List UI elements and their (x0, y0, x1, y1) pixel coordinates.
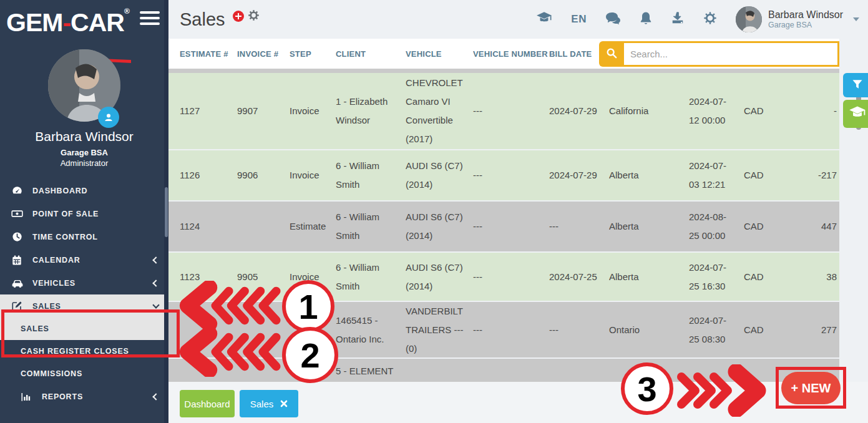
chevron-left-icon (152, 393, 159, 400)
add-sale-icon[interactable] (233, 11, 244, 22)
cell-bill-date: 2024-07-29 (549, 150, 609, 200)
chat-icon[interactable] (605, 12, 621, 27)
column-header-client[interactable]: CLIENT (336, 39, 406, 69)
gear-icon[interactable] (703, 11, 717, 27)
sidebar-item-reports[interactable]: REPORTS (0, 385, 168, 408)
cell-vehicle (406, 359, 473, 384)
tab-dashboard[interactable]: Dashboard (180, 390, 235, 417)
sidebar-item-time-control[interactable]: TIME CONTROL (0, 225, 168, 248)
sidebar: GEM-CAR® Barbara Windsor Garage BSA Admi… (0, 0, 168, 423)
topbar-user-org: Garage BSA (768, 21, 843, 29)
cell-currency: CAD (744, 73, 785, 149)
cell-bill-date: 2024-07-29 (549, 73, 609, 149)
page-title: Sales (180, 9, 225, 30)
sidebar-user-org: Garage BSA (0, 148, 168, 157)
topbar-avatar (736, 6, 762, 32)
filter-icon (852, 79, 863, 92)
sidebar-scrollbar[interactable] (164, 0, 168, 423)
sidebar-item-label: POINT OF SALE (32, 210, 99, 218)
cell-vehicle-number: --- (473, 202, 549, 251)
sidebar-subitem-commissions[interactable]: COMMISSIONS (0, 362, 168, 385)
academy-button[interactable] (843, 100, 868, 128)
sidebar-item-point-of-sale[interactable]: POINT OF SALE (0, 202, 168, 225)
sidebar-item-label: REPORTS (42, 392, 83, 401)
sidebar-item-label: DASHBOARD (32, 187, 87, 195)
table-row[interactable]: 1126 9906 Invoice 6 - William Smith AUDI… (168, 150, 839, 200)
gemcar-logo: GEM-CAR® (6, 7, 129, 36)
download-icon[interactable] (671, 11, 685, 27)
logo-part2: CAR (71, 8, 124, 37)
sidebar-subitem-label: COMMISSIONS (21, 369, 82, 378)
hamburger-menu-icon[interactable] (140, 11, 160, 28)
sidebar-item-vehicles[interactable]: VEHICLES (0, 271, 168, 294)
cell-total: - (785, 73, 839, 149)
cell-step: Estimate (290, 202, 336, 251)
tab-label: Dashboard (184, 399, 230, 409)
cell-client: 6 - William Smith (336, 202, 406, 251)
annotation-step-1: 1 (282, 280, 334, 333)
language-selector[interactable]: EN (571, 13, 587, 26)
cell-currency: CAD (744, 202, 785, 251)
table-separator (168, 69, 839, 73)
column-header-estimate[interactable]: ESTIMATE # (180, 39, 237, 69)
sidebar-item-label: TIME CONTROL (32, 233, 98, 241)
sidebar-item-dashboard[interactable]: DASHBOARD (0, 179, 168, 202)
cell-bill-date: 2024-07-25 (549, 253, 609, 301)
filter-button[interactable] (843, 73, 868, 97)
user-menu[interactable]: Barbara Windsor Garage BSA (736, 6, 859, 32)
search-button[interactable] (599, 41, 624, 67)
cell-vehicle-number: --- (473, 253, 549, 301)
column-header-vehicle-number[interactable]: VEHICLE NUMBER (473, 39, 549, 69)
column-header-step[interactable]: STEP (290, 39, 336, 69)
academy-graduation-cap-icon[interactable] (536, 11, 552, 27)
tab-label: Sales (250, 399, 274, 409)
cell-vehicle-number: --- (473, 150, 549, 200)
cell-date: 2024-07-25 08:30 (689, 302, 744, 357)
column-header-invoice[interactable]: INVOICE # (237, 39, 290, 69)
table-row[interactable]: 1124 Estimate 6 - William Smith AUDI S6 … (168, 202, 839, 251)
cell-vehicle-number: --- (473, 73, 549, 149)
cell-province: Ontario (609, 302, 689, 357)
bell-icon[interactable] (640, 11, 652, 28)
cell-province: Alberta (609, 253, 689, 301)
cell-client: 1 - Elizabeth Windsor (336, 73, 406, 149)
chevron-left-icon (152, 256, 159, 263)
annotation-arrow-left-2 (177, 327, 292, 379)
topbar: Sales EN (168, 0, 868, 39)
search-input[interactable] (624, 41, 839, 67)
cell-client: 6 - William Smith (336, 150, 406, 200)
cell-step: Invoice (290, 150, 336, 200)
sidebar-user-role: Administrator (0, 158, 168, 168)
cell-client: 6 - William Smith (336, 253, 406, 301)
cell-client: 1465415 - Ontario Inc. (336, 302, 406, 357)
cell-bill-date (549, 359, 609, 384)
sidebar-item-calendar[interactable]: CALENDAR (0, 248, 168, 271)
sidebar-nav: DASHBOARD POINT OF SALE TIME CONTROL CAL… (0, 179, 168, 408)
caret-down-icon (853, 17, 859, 21)
table-header-row: ESTIMATE # INVOICE # STEP CLIENT VEHICLE… (168, 39, 839, 69)
column-header-vehicle[interactable]: VEHICLE (406, 39, 473, 69)
user-badge-icon[interactable] (98, 107, 119, 128)
cell-vehicle: CHEVROLET Camaro VI Convertible (2017) (406, 73, 473, 149)
cell-currency: CAD (744, 150, 785, 200)
table-row[interactable]: 1127 9907 Invoice 1 - Elizabeth Windsor … (168, 73, 839, 149)
close-icon[interactable] (280, 399, 288, 409)
cell-vehicle: AUDI S6 (C7) (2014) (406, 150, 473, 200)
cell-vehicle: AUDI S6 (C7) (2014) (406, 253, 473, 301)
bar-chart-icon (21, 391, 33, 403)
cell-date: 2024-07-25 16:30 (689, 253, 744, 301)
cell-currency: CAD (744, 302, 785, 357)
sales-settings-icon[interactable] (248, 9, 260, 24)
search-bar (599, 41, 839, 67)
sidebar-user-name: Barbara Windsor (0, 129, 168, 144)
cell-total: 277 (785, 302, 839, 357)
cell-currency: CAD (744, 253, 785, 301)
cell-step: Invoice (290, 73, 336, 149)
cell-total: 38 (785, 253, 839, 301)
cell-total: -217 (785, 150, 839, 200)
cell-invoice: 9906 (237, 150, 290, 200)
cell-date: 2024-07-03 12:21 (689, 150, 744, 200)
cell-estimate: 1127 (180, 73, 237, 149)
cell-bill-date: --- (549, 302, 609, 357)
tab-sales[interactable]: Sales (240, 390, 298, 417)
